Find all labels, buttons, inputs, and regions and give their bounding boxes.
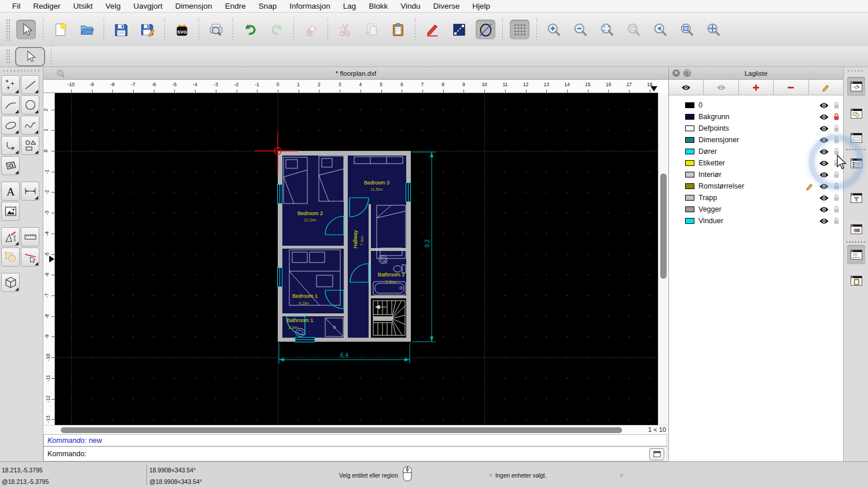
layer-lock-icon[interactable]: [833, 217, 840, 225]
layer-lock-icon[interactable]: [833, 136, 840, 144]
menu-item-uavgjort[interactable]: Uavgjort: [127, 2, 169, 10]
svg-export-button[interactable]: SVG: [172, 20, 192, 39]
menu-item-diverse[interactable]: Diverse: [427, 2, 466, 10]
layer-lock-icon[interactable]: [833, 159, 840, 167]
save-button[interactable]: [111, 20, 131, 39]
print-preview-button[interactable]: [206, 20, 226, 39]
layer-lock-icon[interactable]: [833, 205, 840, 213]
paste-button[interactable]: [388, 20, 408, 39]
layer-visibility-icon[interactable]: [819, 137, 829, 143]
layer-row-0[interactable]: 0: [669, 99, 843, 111]
dock-clipboard-button[interactable]: [847, 271, 865, 290]
layer-lock-icon[interactable]: [833, 194, 840, 202]
layer-row-dimensjoner[interactable]: Dimensjoner: [669, 134, 843, 146]
cad-tools-button[interactable]: [1, 227, 20, 246]
zoom-previous-button[interactable]: [624, 20, 643, 39]
draft-mode-button[interactable]: [476, 20, 495, 39]
arc-tool-button[interactable]: [1, 95, 20, 114]
zoom-redraw-button[interactable]: [650, 20, 670, 39]
hatch-tool-button[interactable]: [1, 156, 20, 175]
layer-visibility-icon[interactable]: [819, 160, 829, 167]
dock-library-button[interactable]: [847, 128, 865, 147]
layer-row-dører[interactable]: Dører: [669, 146, 843, 157]
draw-order-button[interactable]: [449, 20, 469, 39]
vertical-scrollbar-thumb[interactable]: [660, 173, 667, 279]
edit-layer-button[interactable]: [809, 80, 843, 95]
layer-lock-icon[interactable]: [833, 101, 840, 109]
layer-visibility-icon[interactable]: [819, 195, 829, 201]
grid-toggle-button[interactable]: [510, 20, 529, 39]
menu-item-dimensjon[interactable]: Dimensjon: [169, 2, 219, 10]
layer-visibility-icon[interactable]: [819, 102, 829, 109]
menu-item-velg[interactable]: Velg: [99, 2, 127, 10]
layer-lock-icon[interactable]: [833, 171, 840, 179]
zoom-in-button[interactable]: [544, 20, 564, 39]
menu-item-blokk[interactable]: Blokk: [362, 2, 394, 10]
dimension-tool-button[interactable]: [21, 182, 39, 201]
show-all-layers-button[interactable]: [669, 80, 704, 95]
layer-visibility-icon[interactable]: [819, 206, 829, 213]
modify-shapes-tool-button[interactable]: [1, 247, 20, 267]
layer-row-vegger[interactable]: Vegger: [669, 204, 843, 215]
layer-row-interiør[interactable]: Interiør: [669, 169, 843, 180]
text-tool-button[interactable]: A: [1, 182, 20, 201]
menu-item-vindu[interactable]: Vindu: [394, 2, 426, 10]
layer-row-vinduer[interactable]: Vinduer: [669, 215, 843, 227]
add-layer-button[interactable]: [739, 80, 774, 95]
layer-lock-icon[interactable]: [833, 147, 840, 156]
layer-lock-icon[interactable]: [833, 113, 840, 121]
dock-properties-button[interactable]: [847, 154, 865, 173]
dock-filter-button[interactable]: [847, 188, 865, 208]
remove-layer-button[interactable]: [774, 80, 808, 95]
copy-button[interactable]: [362, 20, 381, 39]
hide-all-layers-button[interactable]: [704, 80, 738, 95]
new-file-button[interactable]: [50, 20, 70, 39]
circle-tool-button[interactable]: [21, 95, 39, 114]
menu-item-fil[interactable]: Fil: [6, 2, 27, 10]
box3d-tool-button[interactable]: [1, 273, 20, 292]
trim-tool-button[interactable]: [21, 247, 39, 267]
menu-item-snap[interactable]: Snap: [252, 2, 284, 10]
dock-render-button[interactable]: [847, 220, 865, 239]
layer-row-trapp[interactable]: Trapp: [669, 192, 843, 204]
document-titlebar[interactable]: * floorplan.dxf: [43, 67, 668, 80]
layer-visibility-icon[interactable]: [819, 172, 829, 178]
layer-visibility-icon[interactable]: [819, 149, 829, 155]
command-detach-button[interactable]: [649, 448, 664, 460]
spline-tool-button[interactable]: [21, 116, 39, 135]
points-tool-button[interactable]: [1, 75, 20, 94]
polygon-tool-button[interactable]: [21, 136, 39, 155]
dock-handle[interactable]: [847, 69, 865, 72]
image-tool-button[interactable]: [1, 202, 20, 221]
command-input[interactable]: [86, 448, 649, 460]
edit-entity-button[interactable]: [422, 20, 442, 39]
line-tool-button[interactable]: [21, 75, 39, 94]
toolbar-handle[interactable]: [6, 49, 10, 64]
zoom-pan-button[interactable]: [704, 20, 723, 39]
measure-tool-button[interactable]: [21, 227, 39, 246]
save-as-button[interactable]: [138, 20, 157, 39]
ellipse-tool-button[interactable]: [1, 116, 20, 135]
layer-row-bakgrunn[interactable]: Bakgrunn: [669, 111, 843, 123]
layer-visibility-icon[interactable]: [819, 114, 829, 120]
menu-item-informasjon[interactable]: Informasjon: [283, 2, 337, 10]
layer-row-romstørrelser[interactable]: Romstørrelser: [669, 180, 843, 192]
layer-visibility-icon[interactable]: [819, 218, 829, 224]
select-tool-button[interactable]: [16, 20, 36, 39]
open-file-button[interactable]: [77, 20, 97, 39]
layer-lock-icon[interactable]: [833, 182, 840, 190]
undo-button[interactable]: [240, 20, 260, 39]
zoom-auto-button[interactable]: [597, 20, 617, 39]
polyline-tool-button[interactable]: [1, 136, 20, 155]
horizontal-scrollbar[interactable]: 1 < 10: [43, 425, 668, 434]
redo-button[interactable]: [267, 20, 286, 39]
menu-item-utsikt[interactable]: Utsikt: [67, 2, 100, 10]
palette-handle[interactable]: [2, 69, 39, 73]
dock-command-line-button[interactable]: [847, 245, 865, 264]
layer-lock-icon[interactable]: [833, 124, 840, 132]
drawing-canvas[interactable]: Bedroom 2 12.3m² Bedroom 3 11.5m² Bedroo…: [55, 93, 658, 425]
dock-layer-list-button[interactable]: [847, 77, 865, 96]
menu-item-hjelp[interactable]: Hjelp: [466, 2, 496, 10]
dock-block-list-button[interactable]: [847, 104, 865, 123]
entity-select-tool-button[interactable]: [15, 47, 45, 66]
